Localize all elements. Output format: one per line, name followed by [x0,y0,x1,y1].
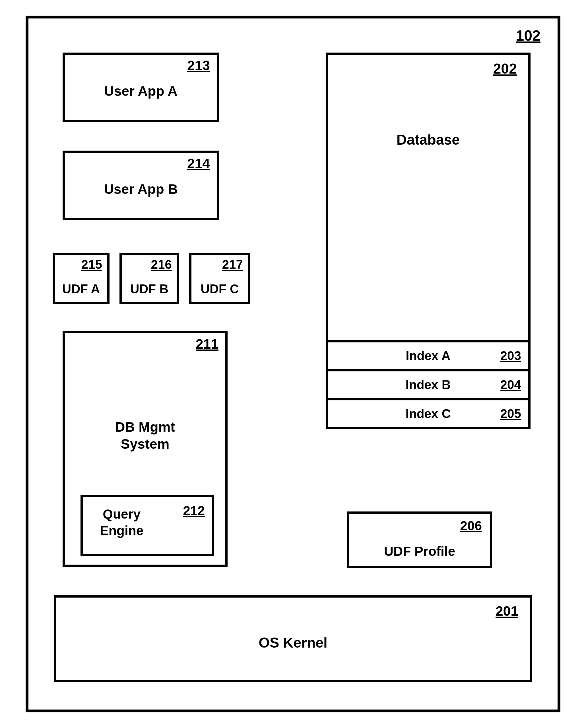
query-engine: 212 Query Engine [80,495,214,556]
db-mgmt-label: DB Mgmt System [115,419,175,453]
ref-201: 201 [495,603,518,619]
diagram-canvas: 102 213 User App A 214 User App B 215 UD… [0,0,586,728]
udf-profile-label: UDF Profile [384,544,455,559]
index-a-label: Index A [406,349,450,363]
ref-204: 204 [500,378,521,392]
ref-215: 215 [81,257,102,272]
query-engine-label: Query Engine [100,506,143,539]
index-c: Index C 205 [326,398,531,430]
ref-213: 213 [187,58,210,73]
ref-212: 212 [183,503,205,518]
udf-b-label: UDF B [130,282,168,296]
index-b: Index B 204 [326,369,531,400]
database: 202 Database [326,53,531,342]
ref-202: 202 [493,60,517,77]
index-a: Index A 203 [326,340,531,371]
udf-a-label: UDF A [62,282,100,296]
user-app-b: 214 User App B [63,151,219,220]
ref-102: 102 [516,27,540,44]
udf-c: 217 UDF C [189,253,250,304]
ref-217: 217 [222,257,243,272]
ref-211: 211 [196,336,218,352]
os-kernel: 201 OS Kernel [54,595,532,682]
index-b-label: Index B [406,378,451,392]
os-kernel-label: OS Kernel [259,634,327,651]
database-label: Database [396,132,460,148]
user-app-a-label: User App A [104,83,177,99]
ref-206: 206 [460,518,482,534]
udf-profile: 206 UDF Profile [347,512,492,568]
udf-c-label: UDF C [200,282,239,296]
ref-203: 203 [500,349,521,363]
ref-216: 216 [151,257,172,272]
user-app-a: 213 User App A [63,53,219,122]
index-c-label: Index C [406,407,451,421]
udf-b: 216 UDF B [120,253,179,304]
ref-214: 214 [187,156,210,171]
user-app-b-label: User App B [104,181,178,197]
udf-a: 215 UDF A [53,253,109,304]
ref-205: 205 [500,407,521,421]
db-mgmt-system: 211 DB Mgmt System 212 Query Engine [63,331,227,567]
